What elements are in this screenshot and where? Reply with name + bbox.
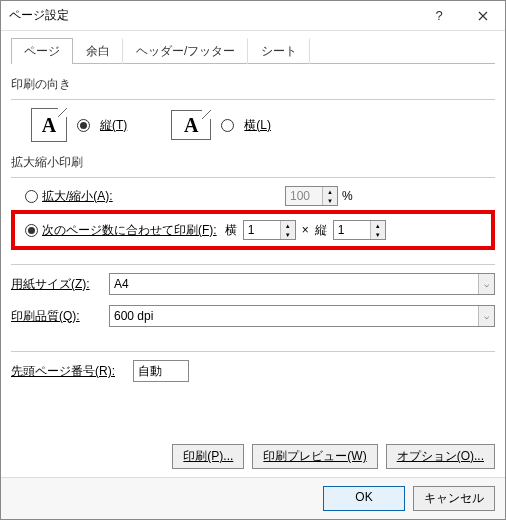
tab-strip: ページ 余白 ヘッダー/フッター シート bbox=[11, 37, 495, 64]
tab-page[interactable]: ページ bbox=[11, 38, 73, 64]
scaling-label: 拡大縮小印刷 bbox=[11, 154, 495, 171]
orientation-row: A 縦(T) A 横(L) bbox=[11, 108, 495, 142]
first-page-row: 先頭ページ番号(R): bbox=[11, 360, 495, 382]
print-quality-select[interactable]: 600 dpi ⌵ bbox=[109, 305, 495, 327]
fit-highlight: 次のページ数に合わせて印刷(F): 横 ▲▼ × 縦 ▲▼ bbox=[11, 210, 495, 250]
print-quality-row: 印刷品質(Q): 600 dpi ⌵ bbox=[11, 305, 495, 327]
footer: OK キャンセル bbox=[1, 477, 505, 519]
print-button[interactable]: 印刷(P)... bbox=[172, 444, 244, 469]
divider bbox=[11, 177, 495, 178]
adjust-row: 拡大/縮小(A): ▲▼ % bbox=[11, 186, 495, 206]
spin-down-icon[interactable]: ▼ bbox=[371, 230, 385, 239]
orientation-group: 印刷の向き A 縦(T) A 横(L) bbox=[11, 76, 495, 142]
cancel-button[interactable]: キャンセル bbox=[413, 486, 495, 511]
adjust-spinner[interactable]: ▲▼ bbox=[285, 186, 338, 206]
tab-header-footer[interactable]: ヘッダー/フッター bbox=[123, 38, 248, 64]
help-button[interactable]: ? bbox=[417, 1, 461, 31]
radio-fit[interactable] bbox=[25, 224, 38, 237]
window-title: ページ設定 bbox=[9, 7, 417, 24]
paper-size-label: 用紙サイズ(Z): bbox=[11, 276, 109, 293]
firstpage-group: 先頭ページ番号(R): bbox=[11, 349, 495, 392]
tall-label: 縦 bbox=[315, 222, 327, 239]
page-setup-dialog: ページ設定 ? ページ 余白 ヘッダー/フッター シート 印刷の向き A 縦(T… bbox=[0, 0, 506, 520]
close-icon bbox=[478, 11, 488, 21]
tab-margins[interactable]: 余白 bbox=[73, 38, 123, 64]
preview-button[interactable]: 印刷プレビュー(W) bbox=[252, 444, 377, 469]
chevron-down-icon: ⌵ bbox=[478, 306, 494, 326]
print-quality-label: 印刷品質(Q): bbox=[11, 308, 109, 325]
close-button[interactable] bbox=[461, 1, 505, 31]
orientation-label: 印刷の向き bbox=[11, 76, 495, 93]
spin-down-icon[interactable]: ▼ bbox=[281, 230, 295, 239]
radio-portrait[interactable] bbox=[77, 119, 90, 132]
paper-size-value: A4 bbox=[114, 277, 129, 291]
title-bar: ページ設定 ? bbox=[1, 1, 505, 31]
divider bbox=[11, 351, 495, 352]
wide-spinner[interactable]: ▲▼ bbox=[243, 220, 296, 240]
scaling-group: 拡大縮小印刷 拡大/縮小(A): ▲▼ % 次のページ数に合 bbox=[11, 154, 495, 250]
first-page-input[interactable] bbox=[133, 360, 189, 382]
paper-size-row: 用紙サイズ(Z): A4 ⌵ bbox=[11, 273, 495, 295]
tab-sheet[interactable]: シート bbox=[248, 38, 310, 64]
divider bbox=[11, 99, 495, 100]
radio-portrait-label: 縦(T) bbox=[100, 117, 127, 134]
options-button[interactable]: オプション(O)... bbox=[386, 444, 495, 469]
landscape-icon: A bbox=[171, 110, 211, 140]
tall-spinner[interactable]: ▲▼ bbox=[333, 220, 386, 240]
dialog-body: ページ 余白 ヘッダー/フッター シート 印刷の向き A 縦(T) A 横(L)… bbox=[1, 31, 505, 477]
fit-row: 次のページ数に合わせて印刷(F): 横 ▲▼ × 縦 ▲▼ bbox=[21, 220, 485, 240]
tall-input[interactable] bbox=[334, 221, 370, 239]
percent-label: % bbox=[342, 189, 353, 203]
adjust-input[interactable] bbox=[286, 187, 322, 205]
radio-landscape-label: 横(L) bbox=[244, 117, 271, 134]
paper-size-select[interactable]: A4 ⌵ bbox=[109, 273, 495, 295]
adjust-label: 拡大/縮小(A): bbox=[42, 188, 113, 205]
fit-label: 次のページ数に合わせて印刷(F): bbox=[42, 222, 217, 239]
radio-landscape[interactable] bbox=[221, 119, 234, 132]
spin-up-icon[interactable]: ▲ bbox=[281, 221, 295, 230]
divider bbox=[11, 264, 495, 265]
spin-down-icon[interactable]: ▼ bbox=[323, 196, 337, 205]
print-quality-value: 600 dpi bbox=[114, 309, 153, 323]
ok-button[interactable]: OK bbox=[323, 486, 405, 511]
first-page-label: 先頭ページ番号(R): bbox=[11, 363, 133, 380]
wide-input[interactable] bbox=[244, 221, 280, 239]
portrait-icon: A bbox=[31, 108, 67, 142]
wide-label: 横 bbox=[225, 222, 237, 239]
action-row: 印刷(P)... 印刷プレビュー(W) オプション(O)... bbox=[11, 436, 495, 469]
spin-up-icon[interactable]: ▲ bbox=[371, 221, 385, 230]
chevron-down-icon: ⌵ bbox=[478, 274, 494, 294]
radio-adjust[interactable] bbox=[25, 190, 38, 203]
paper-group: 用紙サイズ(Z): A4 ⌵ 印刷品質(Q): 600 dpi ⌵ bbox=[11, 262, 495, 337]
spin-up-icon[interactable]: ▲ bbox=[323, 187, 337, 196]
times-label: × bbox=[302, 223, 309, 237]
